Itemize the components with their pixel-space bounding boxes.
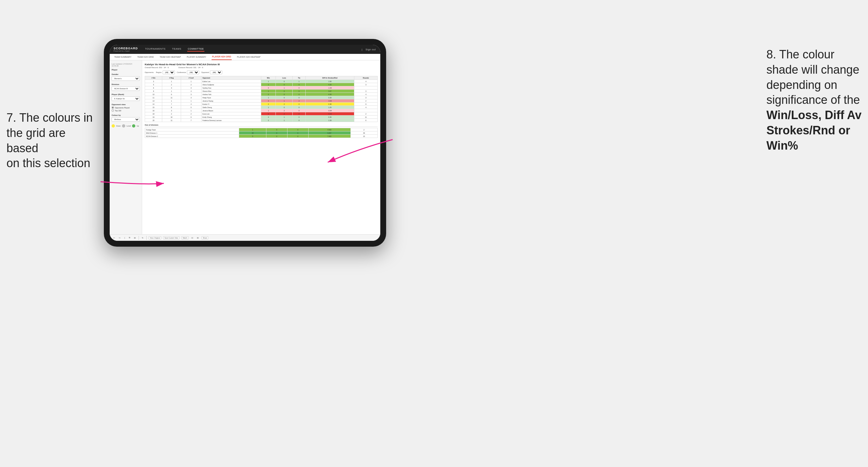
ood-cell-loss: 0 bbox=[266, 135, 287, 138]
cell-rounds: 3 bbox=[354, 83, 378, 86]
ood-cell-name: NCAA Division 2 bbox=[145, 135, 239, 138]
cell-reg: 1 bbox=[162, 80, 181, 83]
content-panel: Katelyn Vo Head-to-Head Grid for Women's… bbox=[142, 60, 380, 234]
cell-rounds: 2 bbox=[354, 99, 378, 102]
watch-btn[interactable]: Watch bbox=[181, 236, 188, 240]
ood-table-row: Foreign Team 1 0 0 4.500 2 bbox=[145, 128, 378, 131]
view-original-btn[interactable]: View: Original bbox=[149, 236, 161, 240]
grid-title: Katelyn Vo Head-to-Head Grid for Women's… bbox=[145, 63, 378, 66]
gender-select[interactable]: Women's bbox=[112, 76, 140, 81]
annotation-left-line2: the grid are based bbox=[6, 126, 66, 155]
nav-tournaments[interactable]: TOURNAMENTS bbox=[145, 48, 166, 52]
radio1-label: Opponents Played bbox=[115, 107, 129, 109]
paste-btn[interactable]: ⊞ bbox=[133, 237, 136, 239]
sub-nav-player-summary[interactable]: PLAYER SUMMARY bbox=[186, 54, 207, 60]
conference-filter[interactable]: (All) bbox=[187, 70, 199, 74]
annotation-right-bold1: Win/Loss, bbox=[767, 108, 822, 122]
cell-diff-av: -0.94 bbox=[306, 109, 354, 112]
table-row: 3 1 1 Esther Lee 1 0 1 1.50 4 bbox=[145, 80, 378, 83]
radio-dot-2 bbox=[112, 110, 114, 112]
nav-right: | Sign out bbox=[362, 48, 376, 51]
cell-diff-av: 3.67 bbox=[306, 90, 354, 93]
cell-tie: 1 bbox=[293, 80, 306, 83]
cell-conf: 6 bbox=[181, 116, 201, 119]
cell-tie: 0 bbox=[293, 96, 306, 99]
save-custom-btn[interactable]: Save Custom View bbox=[163, 236, 180, 240]
nav-committee[interactable]: COMMITTEE bbox=[187, 48, 205, 52]
cell-div: 10 bbox=[145, 93, 162, 96]
cell-div: 11 bbox=[145, 96, 162, 99]
cell-rounds: 6 bbox=[354, 119, 378, 122]
cell-conf: 1 bbox=[181, 109, 201, 112]
ood-table-row: NCAA Division 2 5 0 0 7.400 10 bbox=[145, 135, 378, 138]
color-circle-level bbox=[122, 124, 125, 128]
step-back-btn[interactable]: ⟨ bbox=[123, 237, 126, 239]
cell-loss: 2 bbox=[276, 109, 293, 112]
cell-opponent: Heejo Hyun bbox=[202, 96, 261, 99]
cell-win: 2 bbox=[261, 102, 276, 106]
radio-group: Opponents Played Top 100 bbox=[112, 106, 140, 112]
cell-win: 1 bbox=[261, 96, 276, 99]
cell-tie: 0 bbox=[293, 119, 306, 122]
cell-tie: 0 bbox=[293, 112, 306, 116]
division-select[interactable]: NCAA Division III bbox=[112, 86, 140, 91]
nav-teams[interactable]: TEAMS bbox=[171, 48, 182, 52]
annotation-right-bold5: Win% bbox=[767, 139, 798, 152]
cell-conf: 5 bbox=[181, 106, 201, 109]
cell-rounds: 4 bbox=[354, 93, 378, 96]
radio-top-100[interactable]: Top 100 bbox=[112, 110, 140, 112]
cell-div: 9 bbox=[145, 90, 162, 93]
sub-nav-team-h2h-heatmap[interactable]: TEAM H2H HEATMAP bbox=[159, 54, 182, 60]
redo-btn[interactable]: ↪ bbox=[118, 237, 121, 239]
cell-loss: 2 bbox=[276, 112, 293, 116]
sub-nav-team-h2h-grid[interactable]: TEAM H2H GRID bbox=[136, 54, 154, 60]
tablet-screen: SCOREBOARD Powered by clippd TOURNAMENTS… bbox=[110, 45, 380, 241]
refresh-btn[interactable]: ↻ bbox=[141, 237, 145, 239]
ood-cell-name: NAIA Division 1 bbox=[145, 131, 239, 135]
sub-nav-player-h2h-heatmap[interactable]: PLAYER H2H HEATMAP bbox=[236, 54, 261, 60]
table-row: 14 7 4 Eunice Yi 2 2 0 0.38 9 bbox=[145, 102, 378, 106]
cell-opponent: Andrea York bbox=[202, 93, 261, 96]
undo-btn[interactable]: ↩ bbox=[112, 237, 116, 239]
cell-div: 18 bbox=[145, 112, 162, 116]
sign-out-button[interactable]: Sign out bbox=[365, 48, 376, 51]
cell-win: 1 bbox=[261, 109, 276, 112]
table-row: 20 11 7 Federica Domecq Lacroze 2 1 0 1.… bbox=[145, 119, 378, 122]
radio2-label: Top 100 bbox=[115, 110, 121, 112]
cell-win: 4 bbox=[261, 116, 276, 119]
toolbar-icon2[interactable]: ⊞ bbox=[196, 237, 199, 239]
player-rank-select[interactable]: 8. Katelyn Vo bbox=[112, 96, 140, 101]
main-content: Last Updated: 27/03/202416:55:38 Player … bbox=[110, 60, 380, 234]
sub-nav-player-h2h-grid[interactable]: PLAYER H2H GRID bbox=[212, 54, 232, 60]
radio-opponents-played[interactable]: Opponents Played bbox=[112, 106, 140, 109]
share-btn[interactable]: Share bbox=[202, 236, 208, 240]
color-label-level: Level bbox=[127, 125, 131, 127]
col-reg: # Reg bbox=[162, 76, 181, 80]
sidebar-division-label: Division bbox=[112, 84, 140, 85]
cell-rounds: 4 bbox=[354, 80, 378, 83]
cell-loss: 0 bbox=[276, 96, 293, 99]
colour-by-select[interactable]: Win/loss bbox=[112, 117, 140, 122]
annotation-left: 7. The colours in the grid are based on … bbox=[6, 110, 97, 171]
cell-rounds bbox=[354, 86, 378, 90]
opponent-filter[interactable]: (All) bbox=[210, 70, 222, 74]
cell-div: 15 bbox=[145, 106, 162, 109]
radio-dot-1 bbox=[112, 106, 114, 109]
ood-cell-diff: 7.400 bbox=[308, 135, 350, 138]
cell-div: 14 bbox=[145, 102, 162, 106]
sub-nav-team-summary[interactable]: TEAM SUMMARY bbox=[114, 54, 132, 60]
region-filter[interactable]: (All) bbox=[162, 70, 175, 74]
toolbar-icon1[interactable]: ⊡ bbox=[190, 237, 194, 239]
cell-conf: 3 bbox=[181, 93, 201, 96]
cell-win: 1 bbox=[261, 80, 276, 83]
opponent-label: Opponent bbox=[201, 71, 209, 73]
cell-reg: 11 bbox=[162, 96, 181, 99]
col-opponent: Opponent bbox=[202, 76, 261, 80]
table-body: 3 1 1 Esther Lee 1 0 1 1.50 4 5 2 2 Alex… bbox=[145, 80, 378, 122]
cell-reg: 6 bbox=[162, 93, 181, 96]
copy-btn[interactable]: ⧉ bbox=[128, 236, 131, 239]
cell-diff-av: 0.38 bbox=[306, 102, 354, 106]
sidebar-colour-by-label: Colour by bbox=[112, 114, 140, 116]
cell-win: 1 bbox=[261, 90, 276, 93]
cell-diff-av: 3.33 bbox=[306, 96, 354, 99]
